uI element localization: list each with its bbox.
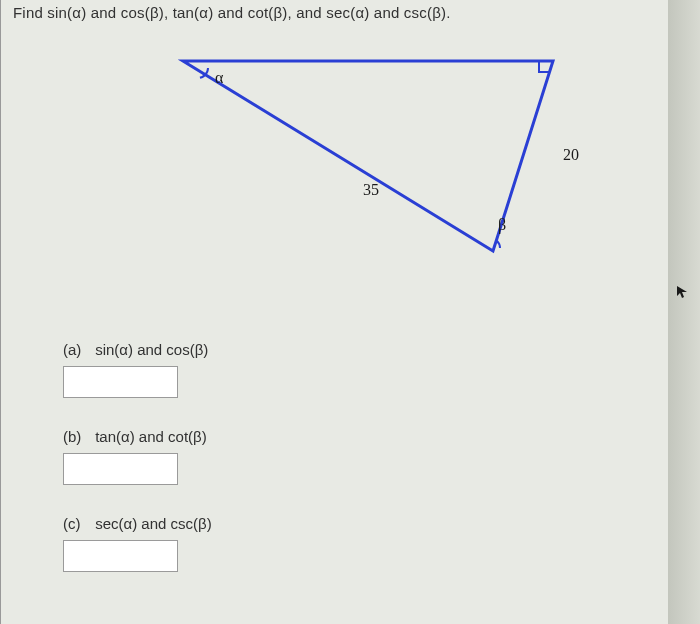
part-b-label: (b) tan(α) and cot(β) (63, 428, 670, 445)
part-c-text: sec(α) and csc(β) (95, 515, 211, 532)
part-a: (a) sin(α) and cos(β) (63, 341, 670, 398)
part-a-letter: (a) (63, 341, 91, 358)
part-b-text: tan(α) and cot(β) (95, 428, 207, 445)
alpha-label: α (215, 69, 223, 87)
page-edge-shadow (668, 0, 700, 624)
answer-input-a[interactable] (63, 366, 178, 398)
hypotenuse-label: 35 (363, 181, 379, 199)
triangle-diagram: α β 35 20 (143, 51, 643, 301)
parts-list: (a) sin(α) and cos(β) (b) tan(α) and cot… (63, 341, 670, 572)
part-b: (b) tan(α) and cot(β) (63, 428, 670, 485)
worksheet-page: Find sin(α) and cos(β), tan(α) and cot(β… (0, 0, 670, 624)
side-label: 20 (563, 146, 579, 164)
cursor-icon (676, 285, 690, 299)
right-angle-marker (538, 61, 550, 73)
answer-input-b[interactable] (63, 453, 178, 485)
part-c-letter: (c) (63, 515, 91, 532)
part-c: (c) sec(α) and csc(β) (63, 515, 670, 572)
part-c-label: (c) sec(α) and csc(β) (63, 515, 670, 532)
answer-input-c[interactable] (63, 540, 178, 572)
part-b-letter: (b) (63, 428, 91, 445)
beta-label: β (498, 216, 506, 234)
part-a-label: (a) sin(α) and cos(β) (63, 341, 670, 358)
question-text: Find sin(α) and cos(β), tan(α) and cot(β… (13, 4, 670, 21)
part-a-text: sin(α) and cos(β) (95, 341, 208, 358)
